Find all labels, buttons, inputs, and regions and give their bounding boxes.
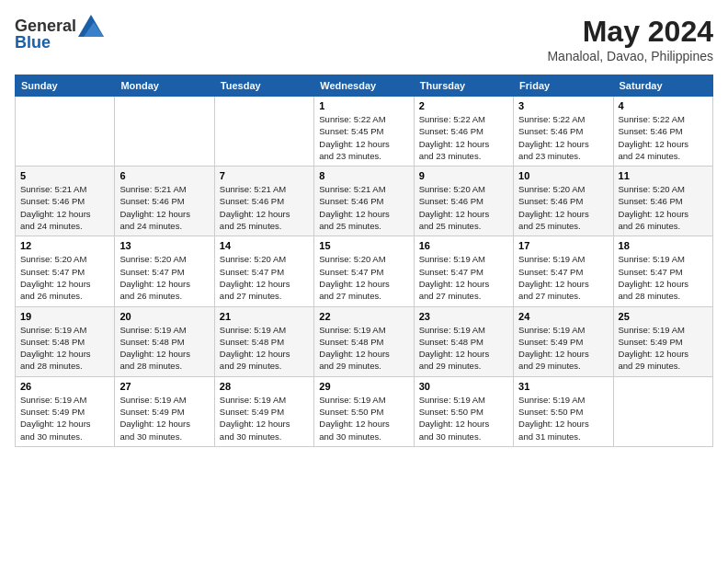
calendar-week-3: 19Sunrise: 5:19 AM Sunset: 5:48 PM Dayli… (16, 306, 713, 376)
calendar-cell: 19Sunrise: 5:19 AM Sunset: 5:48 PM Dayli… (16, 306, 115, 376)
calendar-cell: 3Sunrise: 5:22 AM Sunset: 5:46 PM Daylig… (514, 97, 613, 167)
day-number: 24 (518, 311, 608, 322)
calendar-body: 1Sunrise: 5:22 AM Sunset: 5:45 PM Daylig… (16, 97, 713, 447)
day-info: Sunrise: 5:20 AM Sunset: 5:47 PM Dayligh… (119, 253, 209, 302)
day-info: Sunrise: 5:19 AM Sunset: 5:50 PM Dayligh… (518, 394, 608, 442)
title-block: May 2024 Manaloal, Davao, Philippines (547, 15, 713, 63)
calendar-cell: 2Sunrise: 5:22 AM Sunset: 5:46 PM Daylig… (414, 97, 513, 167)
calendar-cell: 28Sunrise: 5:19 AM Sunset: 5:49 PM Dayli… (214, 376, 313, 446)
day-info: Sunrise: 5:19 AM Sunset: 5:48 PM Dayligh… (319, 324, 408, 373)
day-number: 19 (20, 311, 109, 322)
day-number: 2 (419, 100, 508, 111)
day-number: 14 (220, 240, 309, 251)
location-subtitle: Manaloal, Davao, Philippines (547, 49, 713, 63)
calendar-cell: 1Sunrise: 5:22 AM Sunset: 5:45 PM Daylig… (314, 97, 414, 167)
calendar-cell: 13Sunrise: 5:20 AM Sunset: 5:47 PM Dayli… (115, 236, 214, 306)
day-info: Sunrise: 5:22 AM Sunset: 5:46 PM Dayligh… (518, 113, 608, 162)
day-info: Sunrise: 5:19 AM Sunset: 5:48 PM Dayligh… (20, 324, 109, 373)
day-number: 5 (20, 170, 109, 181)
day-number: 31 (518, 381, 608, 392)
day-info: Sunrise: 5:21 AM Sunset: 5:46 PM Dayligh… (20, 183, 109, 232)
month-year-title: May 2024 (547, 15, 713, 49)
day-number: 4 (619, 100, 708, 111)
calendar-cell: 18Sunrise: 5:19 AM Sunset: 5:47 PM Dayli… (613, 236, 712, 306)
header-monday: Monday (115, 75, 214, 97)
header-saturday: Saturday (613, 75, 712, 97)
calendar-cell: 23Sunrise: 5:19 AM Sunset: 5:48 PM Dayli… (414, 306, 513, 376)
calendar-week-0: 1Sunrise: 5:22 AM Sunset: 5:45 PM Daylig… (16, 97, 713, 167)
day-info: Sunrise: 5:19 AM Sunset: 5:47 PM Dayligh… (419, 253, 508, 302)
day-number: 15 (319, 240, 408, 251)
calendar-cell: 14Sunrise: 5:20 AM Sunset: 5:47 PM Dayli… (214, 236, 313, 306)
day-number: 20 (119, 311, 209, 322)
day-info: Sunrise: 5:19 AM Sunset: 5:47 PM Dayligh… (619, 253, 708, 302)
calendar-cell (214, 97, 313, 167)
calendar-week-4: 26Sunrise: 5:19 AM Sunset: 5:49 PM Dayli… (16, 376, 713, 446)
day-number: 7 (220, 170, 309, 181)
calendar-cell: 12Sunrise: 5:20 AM Sunset: 5:47 PM Dayli… (16, 236, 115, 306)
day-number: 29 (319, 381, 408, 392)
calendar-week-2: 12Sunrise: 5:20 AM Sunset: 5:47 PM Dayli… (16, 236, 713, 306)
calendar-table: SundayMondayTuesdayWednesdayThursdayFrid… (15, 75, 713, 447)
day-number: 6 (119, 170, 209, 181)
day-info: Sunrise: 5:19 AM Sunset: 5:48 PM Dayligh… (419, 324, 508, 373)
day-info: Sunrise: 5:20 AM Sunset: 5:47 PM Dayligh… (319, 253, 408, 302)
calendar-cell: 10Sunrise: 5:20 AM Sunset: 5:46 PM Dayli… (514, 167, 613, 236)
day-info: Sunrise: 5:19 AM Sunset: 5:49 PM Dayligh… (518, 324, 608, 373)
calendar-cell: 5Sunrise: 5:21 AM Sunset: 5:46 PM Daylig… (16, 167, 115, 236)
day-number: 26 (20, 381, 109, 392)
day-info: Sunrise: 5:22 AM Sunset: 5:46 PM Dayligh… (619, 113, 708, 162)
day-info: Sunrise: 5:21 AM Sunset: 5:46 PM Dayligh… (319, 183, 408, 232)
calendar-week-1: 5Sunrise: 5:21 AM Sunset: 5:46 PM Daylig… (16, 167, 713, 236)
day-info: Sunrise: 5:19 AM Sunset: 5:49 PM Dayligh… (619, 324, 708, 373)
calendar-cell: 15Sunrise: 5:20 AM Sunset: 5:47 PM Dayli… (314, 236, 414, 306)
day-info: Sunrise: 5:21 AM Sunset: 5:46 PM Dayligh… (220, 183, 309, 232)
day-info: Sunrise: 5:19 AM Sunset: 5:50 PM Dayligh… (419, 394, 508, 442)
day-number: 18 (619, 240, 708, 251)
calendar-cell: 11Sunrise: 5:20 AM Sunset: 5:46 PM Dayli… (613, 167, 712, 236)
calendar-cell (115, 97, 214, 167)
day-number: 16 (419, 240, 508, 251)
day-number: 25 (619, 311, 708, 322)
calendar-cell: 21Sunrise: 5:19 AM Sunset: 5:48 PM Dayli… (214, 306, 313, 376)
calendar-cell: 26Sunrise: 5:19 AM Sunset: 5:49 PM Dayli… (16, 376, 115, 446)
calendar-cell: 4Sunrise: 5:22 AM Sunset: 5:46 PM Daylig… (613, 97, 712, 167)
day-number: 3 (518, 100, 608, 111)
day-info: Sunrise: 5:21 AM Sunset: 5:46 PM Dayligh… (119, 183, 209, 232)
calendar-cell: 22Sunrise: 5:19 AM Sunset: 5:48 PM Dayli… (314, 306, 414, 376)
day-number: 17 (518, 240, 608, 251)
day-info: Sunrise: 5:19 AM Sunset: 5:48 PM Dayligh… (119, 324, 209, 373)
logo-icon (78, 15, 104, 37)
calendar-cell: 8Sunrise: 5:21 AM Sunset: 5:46 PM Daylig… (314, 167, 414, 236)
day-number: 23 (419, 311, 508, 322)
day-number: 12 (20, 240, 109, 251)
day-number: 27 (119, 381, 209, 392)
calendar-cell: 20Sunrise: 5:19 AM Sunset: 5:48 PM Dayli… (115, 306, 214, 376)
day-info: Sunrise: 5:20 AM Sunset: 5:46 PM Dayligh… (619, 183, 708, 232)
day-info: Sunrise: 5:19 AM Sunset: 5:49 PM Dayligh… (20, 394, 109, 442)
calendar-cell: 16Sunrise: 5:19 AM Sunset: 5:47 PM Dayli… (414, 236, 513, 306)
calendar-cell: 29Sunrise: 5:19 AM Sunset: 5:50 PM Dayli… (314, 376, 414, 446)
day-number: 22 (319, 311, 408, 322)
day-info: Sunrise: 5:22 AM Sunset: 5:45 PM Dayligh… (319, 113, 408, 162)
day-info: Sunrise: 5:22 AM Sunset: 5:46 PM Dayligh… (419, 113, 508, 162)
header-friday: Friday (514, 75, 613, 97)
calendar-cell: 9Sunrise: 5:20 AM Sunset: 5:46 PM Daylig… (414, 167, 513, 236)
day-number: 10 (518, 170, 608, 181)
header-sunday: Sunday (16, 75, 115, 97)
day-number: 21 (220, 311, 309, 322)
header-tuesday: Tuesday (214, 75, 313, 97)
calendar-cell (16, 97, 115, 167)
calendar-cell: 27Sunrise: 5:19 AM Sunset: 5:49 PM Dayli… (115, 376, 214, 446)
day-info: Sunrise: 5:20 AM Sunset: 5:46 PM Dayligh… (518, 183, 608, 232)
calendar-cell: 6Sunrise: 5:21 AM Sunset: 5:46 PM Daylig… (115, 167, 214, 236)
day-number: 13 (119, 240, 209, 251)
day-info: Sunrise: 5:19 AM Sunset: 5:50 PM Dayligh… (319, 394, 408, 442)
day-number: 28 (220, 381, 309, 392)
day-info: Sunrise: 5:19 AM Sunset: 5:49 PM Dayligh… (119, 394, 209, 442)
day-number: 11 (619, 170, 708, 181)
day-info: Sunrise: 5:20 AM Sunset: 5:47 PM Dayligh… (220, 253, 309, 302)
calendar-cell: 7Sunrise: 5:21 AM Sunset: 5:46 PM Daylig… (214, 167, 313, 236)
calendar-cell: 25Sunrise: 5:19 AM Sunset: 5:49 PM Dayli… (613, 306, 712, 376)
calendar-cell: 17Sunrise: 5:19 AM Sunset: 5:47 PM Dayli… (514, 236, 613, 306)
